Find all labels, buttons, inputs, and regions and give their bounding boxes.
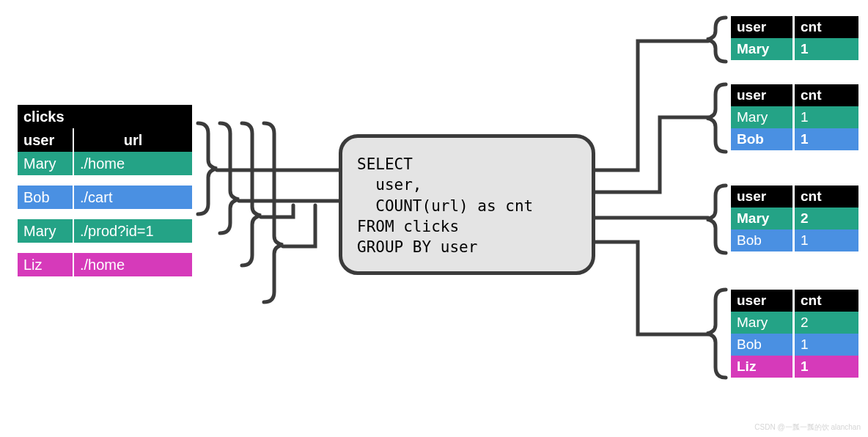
sql-query-box: SELECT user, COUNT(url) as cnt FROM clic… (339, 134, 595, 275)
watermark: CSDN @一瓢一瓢的饮 alanchan (754, 422, 861, 433)
table-row: Liz1 (731, 356, 858, 378)
table-row: Mary1 (731, 38, 858, 60)
table-row: Mary./home (18, 152, 192, 175)
table-row: Bob1 (731, 334, 858, 356)
table-row: Mary1 (731, 106, 858, 128)
table-row: Mary2 (731, 312, 858, 334)
output-table-4: usercnt Mary2 Bob1 Liz1 (729, 290, 861, 378)
col-user: user (18, 128, 73, 152)
output-table-1: usercnt Mary1 (729, 16, 861, 60)
table-row: Bob1 (731, 229, 858, 251)
table-row: Bob1 (731, 128, 858, 150)
table-row: Liz./home (18, 253, 192, 276)
table-row: Mary2 (731, 208, 858, 229)
table-row: Mary./prod?id=1 (18, 219, 192, 243)
table-row: Bob./cart (18, 186, 192, 209)
input-table-title: clicks (18, 105, 192, 128)
output-table-3: usercnt Mary2 Bob1 (729, 186, 861, 251)
sql-text: SELECT user, COUNT(url) as cnt FROM clic… (357, 154, 577, 258)
col-url: url (74, 128, 192, 152)
output-table-2: usercnt Mary1 Bob1 (729, 84, 861, 150)
input-table: clicks user url Mary./home Bob./cart Mar… (16, 105, 194, 276)
